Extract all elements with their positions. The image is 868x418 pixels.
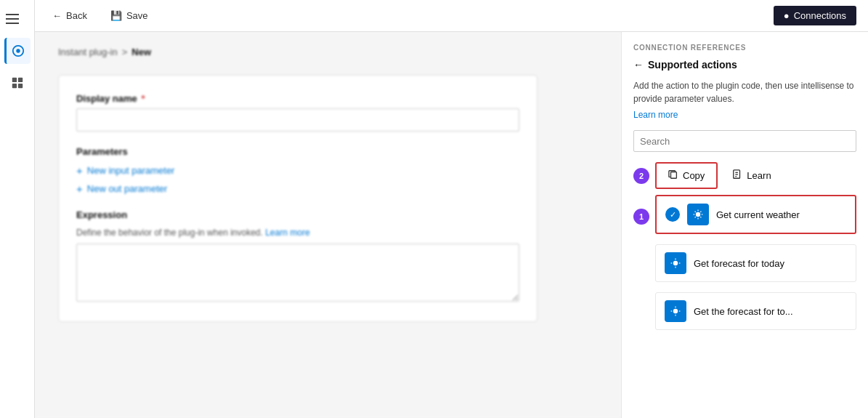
learn-button[interactable]: Learn bbox=[723, 164, 779, 188]
get-current-weather-row: 1 ✓ bbox=[633, 195, 856, 238]
svg-line-18 bbox=[700, 212, 701, 212]
svg-rect-4 bbox=[12, 84, 16, 88]
plugin-icon[interactable] bbox=[4, 38, 31, 64]
sidebar bbox=[0, 0, 35, 418]
get-forecast-today-item[interactable]: Get forecast for today bbox=[655, 244, 856, 282]
copy-action-row: 2 Copy bbox=[633, 162, 856, 189]
new-out-param-button[interactable]: + New out parameter bbox=[76, 182, 519, 195]
copy-icon bbox=[668, 169, 678, 182]
svg-point-11 bbox=[696, 212, 700, 217]
get-forecast-item[interactable]: Get the forecast for to... bbox=[655, 292, 856, 330]
panel-description: Add the action to the plugin code, then … bbox=[633, 79, 856, 105]
parameters-section-title: Parameters bbox=[76, 146, 519, 157]
get-current-weather-label: Get current weather bbox=[716, 209, 800, 220]
check-circle-icon: ✓ bbox=[665, 207, 680, 222]
toolbar: ← Back 💾 Save ● Connections bbox=[35, 0, 868, 32]
get-forecast-label: Get the forecast for to... bbox=[694, 306, 793, 317]
back-button[interactable]: ← Back bbox=[46, 7, 93, 24]
svg-rect-6 bbox=[671, 172, 677, 179]
back-arrow-icon: ← bbox=[52, 10, 62, 21]
expression-label: Expression bbox=[76, 209, 519, 220]
get-current-weather-item[interactable]: ✓ Get c bbox=[655, 195, 856, 234]
svg-point-1 bbox=[16, 49, 20, 52]
connections-label: Connections bbox=[794, 10, 846, 21]
get-forecast-today-row: Get forecast for today bbox=[633, 244, 856, 286]
form-card: Display name * Parameters + New input pa… bbox=[58, 75, 538, 322]
panel-learn-more-link[interactable]: Learn more bbox=[633, 110, 856, 120]
plus-icon-1: + bbox=[76, 164, 83, 177]
main-wrapper: ← Back 💾 Save ● Connections Instant plug… bbox=[35, 0, 868, 418]
weather-icon-2 bbox=[665, 252, 686, 274]
save-icon: 💾 bbox=[110, 10, 122, 21]
svg-line-16 bbox=[695, 212, 696, 212]
back-arrow-icon-2: ← bbox=[633, 59, 644, 71]
svg-rect-5 bbox=[17, 84, 22, 88]
supported-actions-back-link[interactable]: ← Supported actions bbox=[633, 59, 856, 71]
panel-section-title: CONNECTION REFERENCES bbox=[633, 44, 856, 52]
breadcrumb-current: New bbox=[131, 47, 151, 57]
svg-line-19 bbox=[695, 217, 696, 217]
breadcrumb-parent: Instant plug-in bbox=[58, 47, 118, 57]
badge-1: 1 bbox=[633, 209, 649, 225]
required-star: * bbox=[139, 93, 145, 104]
new-out-param-label: New out parameter bbox=[87, 183, 168, 194]
weather-icon-1 bbox=[687, 204, 709, 225]
expression-section: Expression Define the behavior of the pl… bbox=[76, 209, 519, 304]
breadcrumb-separator: > bbox=[122, 47, 128, 57]
expression-learn-more-link[interactable]: Learn more bbox=[265, 228, 309, 238]
form-panel: Instant plug-in > New Display name * Par… bbox=[35, 32, 621, 418]
expression-textarea[interactable] bbox=[76, 244, 519, 302]
svg-point-20 bbox=[673, 261, 678, 265]
learn-doc-icon bbox=[732, 169, 742, 182]
learn-label: Learn bbox=[747, 170, 771, 181]
svg-line-17 bbox=[700, 217, 701, 217]
svg-rect-3 bbox=[17, 78, 22, 82]
connections-button[interactable]: ● Connections bbox=[774, 6, 856, 25]
svg-point-25 bbox=[673, 309, 678, 313]
get-forecast-row: Get the forecast for to... bbox=[633, 292, 856, 334]
weather-icon-3 bbox=[665, 300, 686, 322]
breadcrumb: Instant plug-in > New bbox=[58, 47, 598, 57]
supported-actions-label: Supported actions bbox=[648, 59, 737, 71]
hamburger-menu-icon[interactable] bbox=[4, 6, 31, 32]
copy-label: Copy bbox=[683, 170, 705, 181]
badge-2: 2 bbox=[633, 168, 649, 184]
grid-icon[interactable] bbox=[4, 70, 31, 96]
display-name-label: Display name * bbox=[76, 93, 519, 104]
back-label: Back bbox=[66, 10, 87, 21]
get-forecast-today-label: Get forecast for today bbox=[694, 258, 784, 269]
display-name-input[interactable] bbox=[76, 108, 519, 132]
search-input[interactable] bbox=[633, 130, 856, 152]
save-label: Save bbox=[126, 10, 148, 21]
right-panel: CONNECTION REFERENCES ← Supported action… bbox=[621, 32, 868, 418]
copy-button[interactable]: Copy bbox=[655, 162, 718, 189]
connections-dot-icon: ● bbox=[784, 10, 790, 21]
content-area: Instant plug-in > New Display name * Par… bbox=[35, 32, 868, 418]
new-input-param-button[interactable]: + New input parameter bbox=[76, 164, 519, 177]
save-button[interactable]: 💾 Save bbox=[105, 7, 154, 24]
svg-rect-2 bbox=[12, 78, 16, 82]
new-input-param-label: New input parameter bbox=[87, 165, 175, 176]
plus-icon-2: + bbox=[76, 182, 83, 195]
expression-desc: Define the behavior of the plug-in when … bbox=[76, 228, 519, 238]
